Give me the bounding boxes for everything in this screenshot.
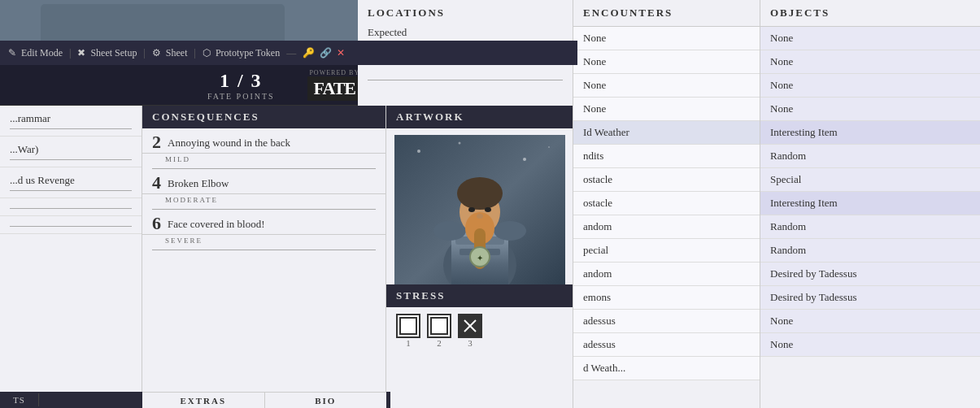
objects-item-3: None bbox=[760, 74, 980, 98]
sidebar-item-3: ...d us Revenge bbox=[0, 167, 142, 198]
stress-box-3[interactable] bbox=[458, 314, 482, 338]
sidebar-item-2: ...War) bbox=[0, 137, 142, 167]
tab-ts[interactable]: TS bbox=[0, 393, 39, 406]
svg-point-9 bbox=[433, 221, 466, 241]
encounters-item-obstacle1: ostacle bbox=[573, 168, 760, 192]
left-sidebar: ...rammar ...War) ...d us Revenge bbox=[0, 106, 142, 408]
svg-point-1 bbox=[417, 150, 420, 153]
objects-item-interesting-2: Interesting Item bbox=[760, 192, 980, 215]
consequence-item-3: 6 Face covered in blood! bbox=[142, 210, 385, 235]
encounters-item-weather2: d Weath... bbox=[573, 357, 760, 380]
objects-item-random-1: Random bbox=[760, 145, 980, 168]
sidebar-item-1: ...rammar bbox=[0, 106, 142, 137]
objects-item-interesting-1: Interesting Item bbox=[760, 121, 980, 145]
consequence-text-1: Annoying wound in the back bbox=[168, 133, 290, 150]
sidebar-item-text-2: ...War) bbox=[10, 143, 38, 155]
encounters-item-2: None bbox=[573, 74, 760, 98]
sep3: | bbox=[194, 47, 195, 59]
sidebar-item-5 bbox=[0, 216, 142, 234]
encounters-item-obstacle2: ostacle bbox=[573, 192, 760, 215]
encounters-item-special: pecial bbox=[573, 239, 760, 263]
encounters-item-bandits: ndits bbox=[573, 145, 760, 168]
sep4: — bbox=[286, 47, 296, 59]
sheet-button[interactable]: Sheet bbox=[166, 47, 188, 59]
svg-point-4 bbox=[548, 146, 550, 148]
objects-item-random-3: Random bbox=[760, 239, 980, 263]
objects-item-4: None bbox=[760, 98, 980, 121]
svg-point-2 bbox=[459, 142, 461, 145]
fate-separator: / bbox=[237, 70, 245, 91]
svg-point-12 bbox=[457, 177, 503, 210]
objects-item-random-2: Random bbox=[760, 215, 980, 239]
stress-box-label-3: 3 bbox=[458, 338, 482, 348]
objects-item-desired-2: Desired by Tadessus bbox=[760, 286, 980, 310]
sidebar-item-4 bbox=[0, 198, 142, 216]
fate-points-label: Fate Points bbox=[207, 92, 275, 101]
svg-point-3 bbox=[523, 158, 526, 161]
svg-rect-20 bbox=[400, 318, 416, 334]
stress-section: STRESS 1 2 3 bbox=[386, 284, 573, 408]
fate-max: 3 bbox=[251, 70, 263, 91]
svg-point-15 bbox=[485, 207, 491, 212]
encounters-item-0: None bbox=[573, 27, 760, 50]
consequence-severity-1: MILD bbox=[142, 154, 385, 168]
objects-item-special: Special bbox=[760, 168, 980, 192]
objects-section: OBJECTS None None None None Interesting … bbox=[760, 0, 980, 408]
consequence-item-2: 4 Broken Elbow bbox=[142, 169, 385, 194]
consequence-number-1: 2 bbox=[152, 133, 161, 151]
encounters-item-3: None bbox=[573, 98, 760, 121]
consequence-number-3: 6 bbox=[152, 215, 161, 232]
encounters-item-random1: andom bbox=[573, 215, 760, 239]
extras-label: EXTRAS bbox=[142, 396, 264, 406]
encounters-item-1: None bbox=[573, 50, 760, 74]
bio-label: BIO bbox=[265, 396, 387, 406]
prototype-token-button[interactable]: Prototype Token bbox=[216, 47, 280, 59]
locations-header: LOCATIONS bbox=[358, 0, 573, 23]
encounters-item-weather: Id Weather bbox=[573, 121, 760, 145]
consequence-severity-2: MODERATE bbox=[142, 194, 385, 209]
svg-point-10 bbox=[494, 221, 526, 241]
objects-item-2: None bbox=[760, 50, 980, 74]
consequence-text-3: Face covered in blood! bbox=[168, 215, 264, 231]
svg-rect-21 bbox=[431, 318, 447, 334]
objects-item-none-2: None bbox=[760, 333, 980, 357]
encounters-item-tadessus2: adessus bbox=[573, 333, 760, 357]
stress-box-2[interactable] bbox=[427, 314, 451, 338]
close-icon[interactable]: ✕ bbox=[337, 47, 345, 59]
stress-header: STRESS bbox=[386, 284, 573, 307]
svg-point-16 bbox=[477, 214, 483, 219]
sheet-setup-button[interactable]: Sheet Setup bbox=[90, 47, 137, 59]
consequence-number-2: 4 bbox=[152, 174, 161, 192]
consequence-text-2: Broken Elbow bbox=[168, 174, 229, 190]
edit-mode-button[interactable]: Edit Mode bbox=[21, 47, 63, 59]
fate-logo: FATE bbox=[307, 76, 362, 101]
consequences-section: CONSEQUENCES 2 Annoying wound in the bac… bbox=[142, 106, 386, 408]
encounters-item-demons: emons bbox=[573, 286, 760, 310]
key-icon: 🔑 bbox=[303, 47, 315, 59]
sheet-setup-icon: ✖ bbox=[77, 47, 85, 59]
consequence-severity-3: SEVERE bbox=[142, 235, 385, 250]
token-icon: ⬡ bbox=[203, 47, 211, 59]
objects-item-none-1: None bbox=[760, 310, 980, 333]
stress-box-label-1: 1 bbox=[396, 338, 420, 348]
stress-box-1[interactable] bbox=[396, 314, 420, 338]
svg-point-14 bbox=[468, 207, 475, 212]
objects-item-1: None bbox=[760, 27, 980, 50]
link-icon[interactable]: 🔗 bbox=[320, 47, 332, 59]
encounters-header: ENCOUNTERS bbox=[573, 0, 760, 27]
fate-current: 1 bbox=[220, 70, 231, 91]
extras-bio-bar: EXTRAS BIO bbox=[142, 392, 386, 408]
sidebar-item-text-1: ...rammar bbox=[10, 112, 50, 124]
objects-header: OBJECTS bbox=[760, 0, 980, 27]
artwork-header: ARTWORK bbox=[386, 106, 573, 128]
stress-boxes: 1 2 3 bbox=[386, 307, 573, 354]
stress-box-label-2: 2 bbox=[427, 338, 451, 348]
sep2: | bbox=[143, 47, 145, 59]
encounters-section: ENCOUNTERS None None None None Id Weathe… bbox=[573, 0, 760, 408]
encounters-item-tadessus1: adessus bbox=[573, 310, 760, 333]
encounters-item-random2: andom bbox=[573, 263, 760, 286]
locations-item-1: Expected bbox=[358, 23, 573, 42]
objects-item-desired-1: Desired by Tadessus bbox=[760, 263, 980, 286]
artwork-image: ✦ bbox=[394, 135, 565, 297]
edit-icon: ✎ bbox=[8, 47, 16, 59]
